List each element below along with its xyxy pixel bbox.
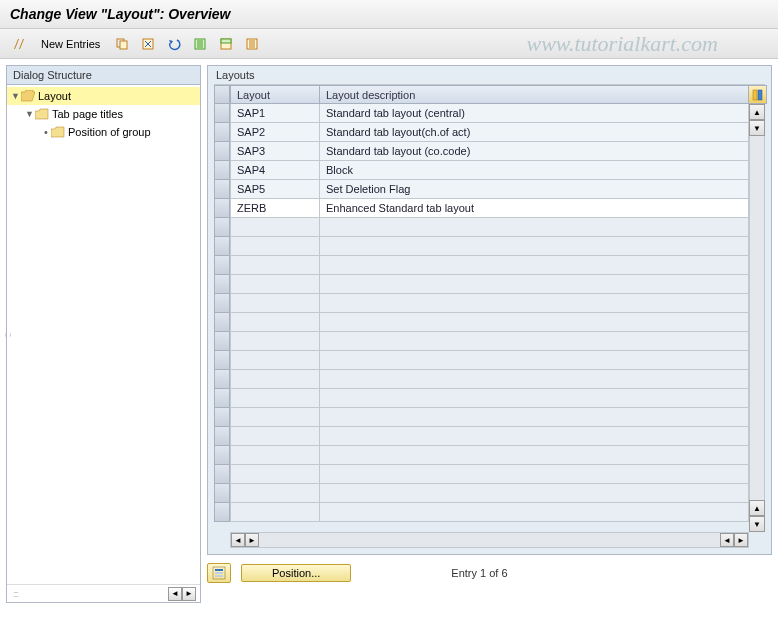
row-selector[interactable] — [214, 313, 230, 332]
row-selector[interactable] — [214, 408, 230, 427]
row-selector[interactable] — [214, 104, 230, 123]
table-row — [230, 370, 749, 389]
cell-description[interactable]: Standard tab layout(ch.of act) — [320, 123, 749, 142]
scroll-right-icon[interactable]: ► — [245, 533, 259, 547]
undo-icon[interactable] — [163, 33, 185, 55]
tree-label: Tab page titles — [52, 108, 123, 120]
entry-count: Entry 1 of 6 — [451, 567, 507, 579]
row-selector[interactable] — [214, 446, 230, 465]
cell-layout[interactable]: SAP1 — [230, 104, 320, 123]
row-selector[interactable] — [214, 332, 230, 351]
cell-description — [320, 465, 749, 484]
cell-layout[interactable]: SAP3 — [230, 142, 320, 161]
scroll-up-icon[interactable]: ▲ — [749, 500, 765, 516]
cell-layout — [230, 408, 320, 427]
col-header-layout[interactable]: Layout — [230, 85, 320, 104]
row-selector[interactable] — [214, 180, 230, 199]
table-row — [230, 503, 749, 522]
tree-item-position-of-group[interactable]: • Position of group — [7, 123, 200, 141]
bullet-icon: • — [41, 126, 51, 138]
cell-layout[interactable]: SAP4 — [230, 161, 320, 180]
hscroll-track[interactable]: ◄ ► ◄ ► — [230, 532, 749, 548]
scroll-down-icon[interactable]: ▼ — [749, 120, 765, 136]
table-row[interactable]: SAP5Set Deletion Flag — [230, 180, 749, 199]
table-row — [230, 275, 749, 294]
row-selector[interactable] — [214, 142, 230, 161]
row-selector[interactable] — [214, 370, 230, 389]
scroll-left-icon[interactable]: ◄ — [720, 533, 734, 547]
cell-layout — [230, 275, 320, 294]
table-row[interactable]: SAP2Standard tab layout(ch.of act) — [230, 123, 749, 142]
delete-icon[interactable] — [137, 33, 159, 55]
cell-layout[interactable]: SAP2 — [230, 123, 320, 142]
cell-layout — [230, 256, 320, 275]
table-row[interactable]: SAP4Block — [230, 161, 749, 180]
position-icon-button[interactable] — [207, 563, 231, 583]
cell-layout[interactable]: ZERB — [230, 199, 320, 218]
row-selector[interactable] — [214, 294, 230, 313]
copy-as-icon[interactable] — [111, 33, 133, 55]
group-label: Layouts — [208, 66, 771, 84]
table-row[interactable]: ZERBEnhanced Standard tab layout — [230, 199, 749, 218]
folder-icon — [51, 126, 65, 138]
row-selector[interactable] — [214, 389, 230, 408]
row-selector[interactable] — [214, 503, 230, 522]
cell-layout — [230, 294, 320, 313]
col-header-description[interactable]: Layout description — [320, 85, 749, 104]
scroll-right-icon[interactable]: ► — [734, 533, 748, 547]
scroll-left-icon[interactable]: ◄ — [231, 533, 245, 547]
new-entries-button[interactable]: New Entries — [34, 33, 107, 55]
cell-description[interactable]: Set Deletion Flag — [320, 180, 749, 199]
cell-description[interactable]: Enhanced Standard tab layout — [320, 199, 749, 218]
table-row[interactable]: SAP3Standard tab layout (co.code) — [230, 142, 749, 161]
table-row — [230, 256, 749, 275]
tree-item-layout[interactable]: ▼ Layout — [7, 87, 200, 105]
row-selector[interactable] — [214, 161, 230, 180]
scroll-up-icon[interactable]: ▲ — [749, 104, 765, 120]
dialog-structure-sidebar: :::: Dialog Structure ▼ Layout ▼ Tab pag… — [6, 65, 201, 603]
cell-layout[interactable]: SAP5 — [230, 180, 320, 199]
cell-description[interactable]: Block — [320, 161, 749, 180]
row-selector[interactable] — [214, 256, 230, 275]
scroll-left-icon[interactable]: ◄ — [168, 587, 182, 601]
row-selector[interactable] — [214, 275, 230, 294]
vscroll-track[interactable] — [749, 136, 765, 500]
table-row — [230, 408, 749, 427]
row-selector[interactable] — [214, 218, 230, 237]
cell-description[interactable]: Standard tab layout (co.code) — [320, 142, 749, 161]
svg-rect-11 — [215, 572, 223, 574]
scroll-right-icon[interactable]: ► — [182, 587, 196, 601]
scroll-down-icon[interactable]: ▼ — [749, 516, 765, 532]
cell-layout — [230, 218, 320, 237]
cell-layout — [230, 465, 320, 484]
select-block-icon[interactable] — [215, 33, 237, 55]
svg-rect-5 — [221, 39, 231, 43]
layouts-group: Layouts Layout Layout description SAP1St… — [207, 65, 772, 555]
deselect-all-icon[interactable] — [241, 33, 263, 55]
folder-icon — [35, 108, 49, 120]
watermark: www.tutorialkart.com — [527, 31, 719, 57]
cell-description[interactable]: Standard tab layout (central) — [320, 104, 749, 123]
expand-toggle[interactable]: ▼ — [25, 109, 35, 119]
row-selector[interactable] — [214, 199, 230, 218]
expand-toggle[interactable]: ▼ — [11, 91, 21, 101]
row-selector[interactable] — [214, 427, 230, 446]
configure-columns-icon[interactable] — [749, 85, 767, 104]
row-selector[interactable] — [214, 351, 230, 370]
cell-layout — [230, 427, 320, 446]
splitter-handle[interactable]: :::: — [3, 332, 14, 335]
cell-layout — [230, 237, 320, 256]
table-row — [230, 351, 749, 370]
row-selector[interactable] — [214, 123, 230, 142]
cell-layout — [230, 446, 320, 465]
cell-layout — [230, 503, 320, 522]
table-row[interactable]: SAP1Standard tab layout (central) — [230, 104, 749, 123]
row-selector[interactable] — [214, 484, 230, 503]
row-selector[interactable] — [214, 465, 230, 484]
select-all-icon[interactable] — [189, 33, 211, 55]
tree-item-tab-page-titles[interactable]: ▼ Tab page titles — [7, 105, 200, 123]
position-button[interactable]: Position... — [241, 564, 351, 582]
toggle-icon[interactable] — [8, 33, 30, 55]
resizer-grip[interactable]: :::::::: — [7, 589, 168, 599]
row-selector[interactable] — [214, 237, 230, 256]
